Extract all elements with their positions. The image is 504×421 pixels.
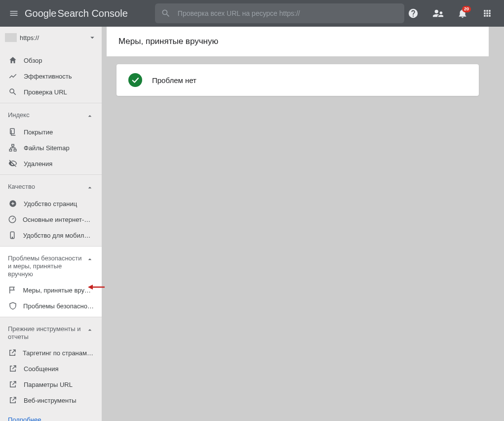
mobile-icon <box>8 231 17 240</box>
property-favicon <box>5 33 17 42</box>
pages-icon <box>8 127 17 136</box>
chevron-up-icon <box>86 255 94 263</box>
status-card: Проблем нет <box>116 64 479 96</box>
sidebar-item-label: Покрытие <box>24 128 53 136</box>
sidebar-item-label: Удобство страниц <box>24 200 77 208</box>
external-link-icon <box>8 348 17 357</box>
sidebar-item-messages[interactable]: Сообщения <box>0 361 102 377</box>
notification-badge: 20 <box>462 6 471 12</box>
section-title: Качество <box>8 183 86 191</box>
chevron-up-icon <box>86 326 94 334</box>
status-icon-container <box>128 73 142 87</box>
sidebar-item-label: Файлы Sitemap <box>24 144 70 152</box>
apps-grid-icon <box>482 8 492 18</box>
status-text: Проблем нет <box>152 76 196 84</box>
nav-group-index: Индекс Покрытие Файлы Sitemap Удаления <box>0 103 102 174</box>
sidebar-item-label: Параметры URL <box>24 381 73 388</box>
svg-rect-3 <box>14 149 16 151</box>
user-settings-icon <box>432 8 443 19</box>
users-button[interactable] <box>429 4 447 22</box>
nav-group-legacy: Прежние инструменты и отчеты Таргетинг п… <box>0 317 102 411</box>
nav-group-security: Проблемы безопасности и меры, принятые в… <box>0 246 102 317</box>
section-title: Индекс <box>8 111 86 119</box>
section-header-index[interactable]: Индекс <box>0 106 102 124</box>
sidebar-item-label: Удаления <box>24 160 52 168</box>
logo-search-console: Search Console <box>58 8 128 19</box>
sidebar-item-manual-actions[interactable]: Меры, принятые вручную <box>0 282 102 298</box>
sidebar-item-label: Удобство для мобильных <box>23 232 94 239</box>
sidebar-item-overview[interactable]: Обзор <box>0 52 102 68</box>
sidebar-item-web-tools[interactable]: Веб-инструменты <box>0 392 102 408</box>
sitemap-icon <box>8 143 17 152</box>
notifications-button[interactable]: 20 <box>454 4 471 22</box>
chevron-up-icon <box>86 184 94 192</box>
apps-button[interactable] <box>478 4 496 22</box>
sidebar-item-core-vitals[interactable]: Основные интернет-показ... <box>0 211 102 227</box>
logo[interactable]: Google Search Console <box>25 8 128 19</box>
search-input[interactable]: Проверка всех URL на ресурсе https:// <box>155 3 404 23</box>
sidebar-item-targeting[interactable]: Таргетинг по странам и яз... <box>0 345 102 361</box>
search-icon <box>8 87 17 96</box>
search-placeholder: Проверка всех URL на ресурсе https:// <box>178 9 300 17</box>
search-icon <box>161 8 171 18</box>
sidebar-item-label: Обзор <box>24 57 42 64</box>
svg-rect-2 <box>9 149 12 151</box>
hamburger-icon <box>9 8 19 18</box>
app-header: Google Search Console Проверка всех URL … <box>0 0 504 27</box>
content-area: Проблем нет <box>107 56 489 96</box>
sidebar-item-sitemaps[interactable]: Файлы Sitemap <box>0 140 102 156</box>
section-title: Прежние инструменты и отчеты <box>8 325 86 341</box>
sidebar-item-url-params[interactable]: Параметры URL <box>0 377 102 392</box>
external-link-icon <box>8 396 17 405</box>
speedometer-icon <box>8 215 17 224</box>
sidebar-item-label: Таргетинг по странам и яз... <box>23 349 94 357</box>
help-button[interactable] <box>404 4 422 22</box>
logo-google: Google <box>25 8 57 19</box>
property-url: https:// <box>20 34 88 42</box>
external-link-icon <box>8 380 17 389</box>
chevron-down-icon <box>88 33 97 42</box>
home-icon <box>8 56 17 65</box>
sidebar-item-label: Меры, принятые вручную <box>23 287 94 294</box>
plus-circle-icon <box>8 199 17 208</box>
chevron-up-icon <box>86 112 94 120</box>
svg-point-7 <box>12 237 13 238</box>
property-selector[interactable]: https:// <box>0 27 102 48</box>
section-title: Проблемы безопасности и меры, принятые в… <box>8 254 86 278</box>
sidebar-item-mobile[interactable]: Удобство для мобильных <box>0 227 102 243</box>
flag-icon <box>8 286 17 295</box>
sidebar-item-label: Веб-инструменты <box>24 397 77 404</box>
sidebar-item-label: Эффективность <box>24 73 72 80</box>
more-link[interactable]: Подробнее <box>0 411 102 421</box>
check-icon <box>131 76 140 84</box>
sidebar-item-security-issues[interactable]: Проблемы безопасности <box>0 298 102 314</box>
sidebar-item-label: Проблемы безопасности <box>23 302 94 310</box>
sidebar: https:// Обзор Эффективность Проверка UR… <box>0 27 102 421</box>
page-panel: Меры, принятые вручную <box>107 27 489 56</box>
sidebar-item-label: Сообщения <box>24 365 59 373</box>
sidebar-item-label: Основные интернет-показ... <box>23 216 94 223</box>
nav-group-main: Обзор Эффективность Проверка URL <box>0 48 102 103</box>
sidebar-item-performance[interactable]: Эффективность <box>0 68 102 84</box>
help-icon <box>408 8 419 19</box>
nav-group-quality: Качество Удобство страниц Основные интер… <box>0 174 102 246</box>
external-link-icon <box>8 364 17 373</box>
hidden-icon <box>8 159 17 168</box>
header-actions: 20 <box>404 4 496 22</box>
main-content: Меры, принятые вручную Проблем нет <box>107 27 490 421</box>
section-header-security[interactable]: Проблемы безопасности и меры, принятые в… <box>0 250 102 282</box>
sidebar-item-label: Проверка URL <box>24 88 67 96</box>
page-title: Меры, принятые вручную <box>107 27 489 56</box>
section-header-quality[interactable]: Качество <box>0 178 102 196</box>
section-header-legacy[interactable]: Прежние инструменты и отчеты <box>0 320 102 345</box>
sidebar-item-url-inspection[interactable]: Проверка URL <box>0 84 102 100</box>
svg-rect-1 <box>12 144 14 146</box>
sidebar-item-page-experience[interactable]: Удобство страниц <box>0 196 102 211</box>
svg-rect-0 <box>10 128 14 134</box>
sidebar-item-removals[interactable]: Удаления <box>0 156 102 171</box>
shield-icon <box>8 301 17 310</box>
menu-toggle[interactable] <box>4 3 24 23</box>
trend-icon <box>8 72 17 81</box>
sidebar-item-coverage[interactable]: Покрытие <box>0 124 102 140</box>
